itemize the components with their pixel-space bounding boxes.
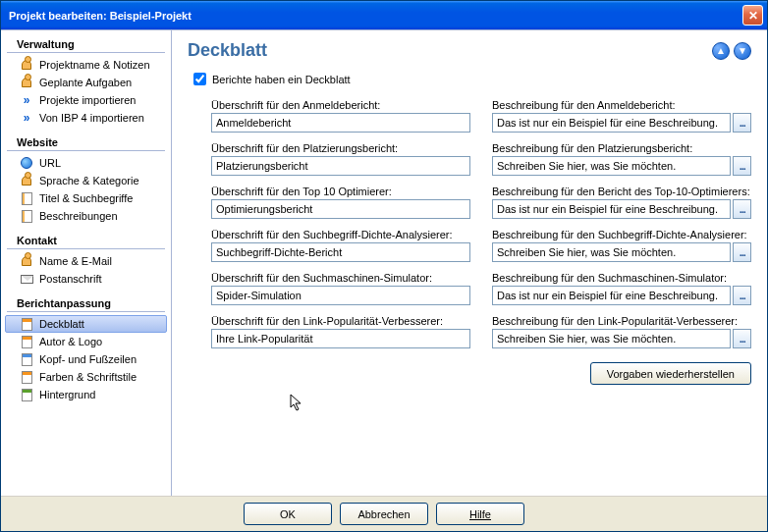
person-icon (19, 75, 34, 90)
description-input[interactable] (492, 156, 731, 176)
nav-item-label: Postanschrift (39, 273, 102, 285)
description-label: Beschreibung für den Anmeldebericht: (492, 99, 751, 111)
heading-input[interactable] (211, 286, 470, 305)
nav-item-deckblatt[interactable]: Deckblatt (5, 315, 167, 333)
main-panel: Deckblatt ▲ ▼ Berichte haben ein Deckbla… (172, 30, 767, 496)
coverpage-checkbox-label: Berichte haben ein Deckblatt (212, 74, 351, 85)
heading-label: Überschrift für den Top 10 Optimierer: (211, 186, 470, 197)
ellipsis-button[interactable]: ... (733, 113, 751, 133)
nav-item-farben-schriftstile[interactable]: Farben & Schriftstile (1, 368, 171, 386)
description-input[interactable] (492, 199, 731, 219)
nav-item-label: Beschreibungen (39, 210, 118, 222)
ellipsis-button[interactable]: ... (733, 156, 751, 176)
nav-item-hintergrund[interactable]: Hintergrund (1, 386, 171, 403)
nav-item-name-e-mail[interactable]: Name & E-Mail (1, 252, 171, 270)
import-arrow-icon: » (19, 110, 34, 126)
document-icon (19, 369, 34, 385)
nav-item-autor-logo[interactable]: Autor & Logo (1, 333, 171, 350)
heading-input[interactable] (211, 242, 470, 262)
page-icon (19, 190, 34, 206)
nav-item-projekte-importieren[interactable]: »Projekte importieren (1, 91, 171, 109)
close-button[interactable]: ✕ (742, 5, 763, 26)
nav-item-label: Projektname & Notizen (39, 59, 150, 71)
coverpage-checkbox[interactable] (193, 73, 206, 85)
person-icon (19, 57, 34, 73)
nav-item-label: Deckblatt (39, 318, 84, 330)
description-label: Beschreibung für den Suchbegriff-Dichte-… (492, 229, 751, 240)
document-icon (19, 316, 34, 332)
nav-section-header: Verwaltung (7, 34, 165, 53)
dialog-footer: OK Abbrechen Hilfe (1, 496, 767, 531)
description-label: Beschreibung für den Platzierungsbericht… (492, 142, 751, 154)
nav-up-button[interactable]: ▲ (712, 42, 730, 60)
nav-item-label: Von IBP 4 importieren (39, 112, 144, 124)
heading-label: Überschrift für den Suchbegriff-Dichte-A… (211, 229, 470, 240)
ellipsis-button[interactable]: ... (733, 329, 751, 348)
nav-item-titel-suchbegriffe[interactable]: Titel & Suchbegriffe (1, 189, 171, 207)
heading-input[interactable] (211, 329, 470, 348)
heading-label: Überschrift für den Platzierungsbericht: (211, 142, 470, 154)
nav-item-label: Sprache & Kategorie (39, 175, 139, 186)
help-button[interactable]: Hilfe (436, 503, 524, 525)
ellipsis-button[interactable]: ... (733, 286, 751, 305)
document-icon (19, 334, 34, 349)
person-icon (19, 173, 34, 188)
nav-section-header: Kontakt (7, 231, 165, 249)
nav-item-projektname-notizen[interactable]: Projektname & Notizen (1, 56, 171, 74)
restore-defaults-button[interactable]: Vorgaben wiederherstellen (590, 362, 751, 385)
globe-icon (19, 155, 34, 171)
nav-item-label: Geplante Aufgaben (39, 77, 132, 88)
heading-label: Überschrift für den Link-Popularität-Ver… (211, 315, 470, 327)
nav-item-label: Autor & Logo (39, 336, 102, 347)
nav-item-von-ibp-4-importieren[interactable]: »Von IBP 4 importieren (1, 109, 171, 127)
nav-item-label: Projekte importieren (39, 94, 136, 106)
page-title: Deckblatt (188, 40, 267, 61)
nav-item-label: Hintergrund (39, 389, 95, 400)
description-label: Beschreibung für den Link-Popularität-Ve… (492, 315, 751, 327)
nav-down-button[interactable]: ▼ (734, 42, 751, 60)
cancel-button[interactable]: Abbrechen (340, 503, 428, 525)
heading-input[interactable] (211, 113, 470, 133)
nav-item-kopf-und-fu-zeilen[interactable]: Kopf- und Fußzeilen (1, 350, 171, 368)
page-icon (19, 208, 34, 224)
nav-item-label: Kopf- und Fußzeilen (39, 353, 137, 365)
nav-section-header: Berichtanpassung (7, 293, 165, 312)
description-label: Beschreibung für den Bericht des Top-10-… (492, 186, 751, 197)
nav-item-label: Titel & Suchbegriffe (39, 192, 133, 204)
ellipsis-button[interactable]: ... (733, 199, 751, 219)
nav-item-beschreibungen[interactable]: Beschreibungen (1, 207, 171, 225)
nav-item-sprache-kategorie[interactable]: Sprache & Kategorie (1, 172, 171, 189)
heading-input[interactable] (211, 156, 470, 176)
description-label: Beschreibung für den Suchmaschinen-Simul… (492, 272, 751, 284)
mail-icon (19, 271, 34, 287)
nav-item-url[interactable]: URL (1, 154, 171, 172)
heading-label: Überschrift für den Anmeldebericht: (211, 99, 470, 111)
titlebar: Projekt bearbeiten: Beispiel-Projekt ✕ (1, 1, 767, 29)
nav-item-postanschrift[interactable]: Postanschrift (1, 270, 171, 288)
heading-input[interactable] (211, 199, 470, 219)
nav-section-header: Website (7, 133, 165, 151)
nav-item-label: URL (39, 157, 61, 169)
description-input[interactable] (492, 329, 731, 348)
nav-item-label: Name & E-Mail (39, 255, 112, 267)
document-icon (19, 351, 34, 367)
nav-item-geplante-aufgaben[interactable]: Geplante Aufgaben (1, 74, 171, 91)
description-input[interactable] (492, 286, 731, 305)
description-input[interactable] (492, 113, 731, 133)
heading-label: Überschrift für den Suchmaschinen-Simula… (211, 272, 470, 284)
person-icon (19, 253, 34, 269)
nav-item-label: Farben & Schriftstile (39, 371, 137, 383)
sidebar: VerwaltungProjektname & NotizenGeplante … (1, 30, 172, 496)
mouse-cursor-icon (290, 394, 307, 415)
ok-button[interactable]: OK (244, 503, 332, 525)
window-title: Projekt bearbeiten: Beispiel-Projekt (9, 10, 742, 22)
import-arrow-icon: » (19, 92, 34, 108)
description-input[interactable] (492, 242, 731, 262)
ellipsis-button[interactable]: ... (733, 242, 751, 262)
document-icon (19, 387, 34, 402)
